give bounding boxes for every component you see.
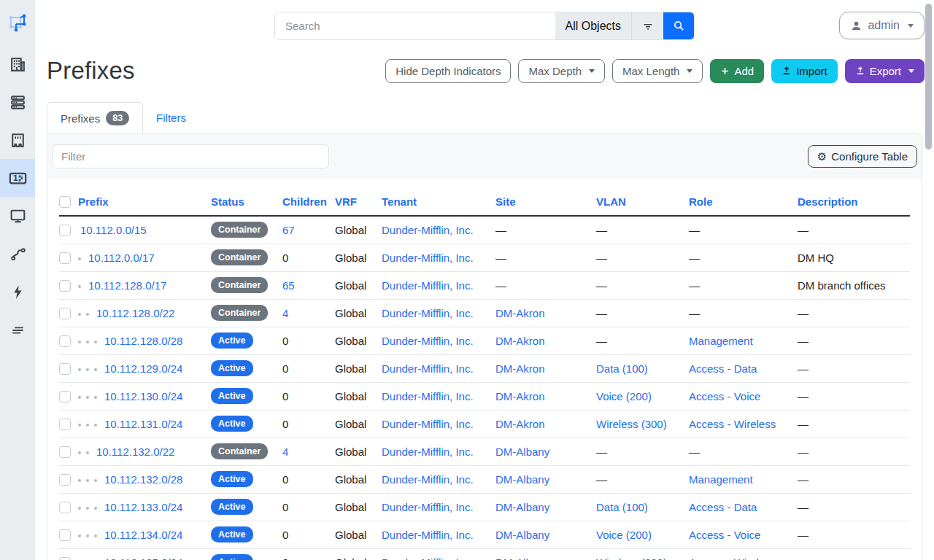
tab-prefixes[interactable]: Prefixes 83	[47, 102, 143, 133]
sort-site[interactable]: Site	[495, 195, 516, 208]
search-scope-selector[interactable]: All Objects	[555, 12, 631, 39]
site-link[interactable]: DM-Albany	[495, 473, 549, 486]
sidebar-item-devices[interactable]	[0, 83, 35, 121]
row-checkbox[interactable]	[59, 252, 71, 264]
sort-description[interactable]: Description	[798, 195, 858, 208]
row-checkbox[interactable]	[59, 280, 71, 292]
site-link[interactable]: DM-Akron	[495, 418, 545, 430]
import-button[interactable]: Import	[771, 59, 838, 83]
sidebar-item-ipam[interactable]: 1	[0, 159, 35, 197]
tenant-link[interactable]: Dunder-Mifflin, Inc.	[382, 279, 474, 292]
sort-children[interactable]: Children	[282, 195, 327, 208]
role-link[interactable]: Access - Wireless	[689, 556, 776, 560]
tenant-link[interactable]: Dunder-Mifflin, Inc.	[382, 335, 474, 347]
user-menu-button[interactable]: admin	[839, 12, 925, 39]
row-checkbox[interactable]	[59, 446, 71, 458]
vlan-link[interactable]: Voice (200)	[596, 529, 652, 541]
select-all-checkbox[interactable]	[59, 196, 71, 208]
row-checkbox[interactable]	[59, 308, 71, 319]
sidebar-item-power[interactable]	[0, 273, 35, 311]
row-checkbox[interactable]	[59, 335, 71, 347]
site-link[interactable]: DM-Albany	[495, 501, 549, 513]
hide-depth-indicators-button[interactable]: Hide Depth Indicators	[385, 59, 511, 83]
sort-prefix[interactable]: Prefix	[78, 195, 109, 208]
sort-tenant[interactable]: Tenant	[382, 195, 417, 208]
site-link[interactable]: DM-Akron	[495, 307, 545, 319]
row-checkbox[interactable]	[59, 363, 71, 375]
prefix-link[interactable]: 10.112.128.0/22	[96, 307, 174, 319]
row-checkbox[interactable]	[59, 419, 71, 430]
row-checkbox[interactable]	[59, 225, 71, 236]
sidebar-item-virtualization[interactable]	[0, 197, 35, 235]
tenant-link[interactable]: Dunder-Mifflin, Inc.	[382, 501, 474, 513]
tenant-link[interactable]: Dunder-Mifflin, Inc.	[382, 446, 474, 458]
vlan-link[interactable]: Wireless (300)	[596, 418, 667, 430]
role-link[interactable]: Management	[689, 335, 753, 347]
prefix-link[interactable]: 10.112.131.0/24	[104, 418, 182, 430]
search-submit-button[interactable]	[663, 12, 694, 39]
tenant-link[interactable]: Dunder-Mifflin, Inc.	[382, 529, 474, 541]
prefix-link[interactable]: 10.112.129.0/24	[104, 362, 182, 375]
role-link[interactable]: Access - Voice	[689, 390, 760, 402]
sort-vlan[interactable]: VLAN	[596, 195, 626, 208]
site-link[interactable]: DM-Albany	[495, 446, 549, 458]
table-filter-input[interactable]	[52, 144, 329, 168]
configure-table-button[interactable]: ⚙ Configure Table	[808, 145, 917, 168]
page-scrollbar[interactable]	[925, 4, 932, 149]
max-length-dropdown[interactable]: Max Length	[612, 59, 703, 83]
add-button[interactable]: Add	[710, 59, 764, 83]
site-link[interactable]: DM-Albany	[495, 529, 549, 541]
sidebar-item-connections[interactable]	[0, 121, 35, 159]
role-link[interactable]: Access - Data	[689, 362, 757, 375]
row-checkbox[interactable]	[59, 391, 71, 402]
tenant-link[interactable]: Dunder-Mifflin, Inc.	[382, 418, 474, 430]
children-count[interactable]: 4	[282, 438, 335, 465]
role-link[interactable]: Access - Data	[689, 501, 757, 513]
row-checkbox[interactable]	[59, 529, 71, 541]
sort-role[interactable]: Role	[689, 195, 713, 208]
tenant-link[interactable]: Dunder-Mifflin, Inc.	[382, 307, 474, 319]
vlan-link[interactable]: Voice (200)	[596, 390, 652, 402]
tenant-link[interactable]: Dunder-Mifflin, Inc.	[382, 473, 474, 486]
sidebar-item-organization[interactable]	[0, 45, 35, 83]
sort-vrf[interactable]: VRF	[335, 195, 357, 208]
search-input[interactable]	[275, 12, 555, 39]
children-count[interactable]: 4	[282, 299, 335, 327]
site-link[interactable]: DM-Akron	[495, 335, 545, 347]
sort-status[interactable]: Status	[211, 195, 244, 208]
site-link[interactable]: DM-Akron	[495, 362, 545, 375]
prefix-link[interactable]: 10.112.132.0/22	[96, 446, 174, 458]
tab-filters[interactable]: Filters	[143, 102, 199, 133]
tenant-link[interactable]: Dunder-Mifflin, Inc.	[382, 362, 474, 375]
prefix-link[interactable]: 10.112.135.0/24	[104, 556, 182, 560]
prefix-link[interactable]: 10.112.134.0/24	[104, 529, 182, 541]
tenant-link[interactable]: Dunder-Mifflin, Inc.	[382, 390, 474, 402]
children-count[interactable]: 65	[282, 271, 335, 299]
prefix-link[interactable]: 10.112.132.0/28	[104, 473, 182, 486]
role-link[interactable]: Management	[689, 473, 753, 486]
tenant-link[interactable]: Dunder-Mifflin, Inc.	[382, 252, 474, 264]
site-link[interactable]: DM-Albany	[495, 556, 549, 560]
row-checkbox[interactable]	[59, 474, 71, 486]
prefix-link[interactable]: 10.112.128.0/17	[88, 279, 166, 292]
prefix-link[interactable]: 10.112.133.0/24	[104, 501, 182, 513]
site-link[interactable]: DM-Akron	[495, 390, 545, 402]
sidebar-item-other[interactable]	[0, 311, 35, 349]
tenant-link[interactable]: Dunder-Mifflin, Inc.	[382, 556, 474, 560]
tenant-link[interactable]: Dunder-Mifflin, Inc.	[382, 224, 474, 236]
sidebar-item-home[interactable]	[0, 0, 35, 45]
prefix-link[interactable]: 10.112.0.0/17	[88, 252, 155, 264]
export-dropdown[interactable]: Export	[845, 59, 925, 83]
role-link[interactable]: Access - Voice	[689, 529, 760, 541]
prefix-link[interactable]: 10.112.0.0/15	[80, 224, 147, 236]
sidebar-item-circuits[interactable]	[0, 235, 35, 273]
search-filter-button[interactable]	[631, 12, 663, 39]
prefix-link[interactable]: 10.112.128.0/28	[104, 335, 182, 347]
vlan-link[interactable]: Data (100)	[596, 501, 648, 513]
vlan-link[interactable]: Wireless (300)	[596, 556, 667, 560]
children-count[interactable]: 67	[282, 216, 335, 244]
max-depth-dropdown[interactable]: Max Depth	[518, 59, 605, 83]
prefix-link[interactable]: 10.112.130.0/24	[104, 390, 182, 402]
vlan-link[interactable]: Data (100)	[596, 362, 648, 375]
row-checkbox[interactable]	[59, 557, 71, 560]
